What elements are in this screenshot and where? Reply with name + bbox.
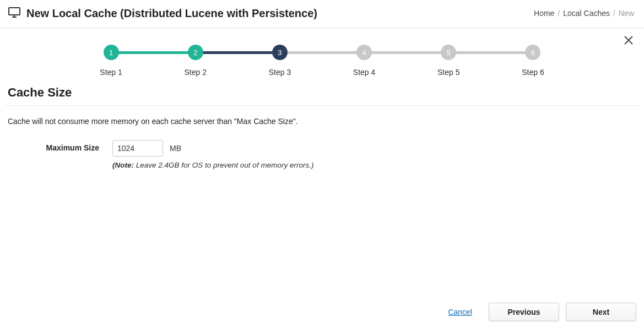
monitor-icon — [8, 6, 21, 21]
step-label: Step 5 — [437, 68, 459, 77]
step-connector — [448, 51, 533, 54]
step-connector — [196, 51, 280, 54]
step-circle: 2 — [188, 45, 203, 60]
step-2[interactable]: 2Step 2 — [153, 45, 237, 77]
step-label: Step 1 — [100, 68, 122, 77]
breadcrumb: Home / Local Caches / New — [534, 9, 634, 18]
page-title: New Local Cache (Distributed Lucene with… — [26, 7, 317, 20]
max-size-label: Maximum Size — [8, 140, 112, 152]
step-label: Step 4 — [353, 68, 375, 77]
page-header: New Local Cache (Distributed Lucene with… — [0, 0, 644, 28]
max-size-input-group: MB — [112, 140, 313, 157]
previous-button[interactable]: Previous — [489, 303, 559, 321]
breadcrumb-sep: / — [558, 9, 560, 18]
step-circle: 3 — [272, 45, 288, 60]
note-prefix: (Note: — [112, 161, 134, 169]
note-text: Leave 2.4GB for OS to prevent out of mem… — [134, 161, 313, 169]
breadcrumb-current: New — [619, 9, 634, 18]
max-size-input[interactable] — [112, 140, 163, 157]
max-size-unit: MB — [170, 144, 181, 153]
cancel-link[interactable]: Cancel — [448, 308, 472, 316]
step-1[interactable]: 1Step 1 — [69, 45, 153, 77]
step-3[interactable]: 3Step 3 — [237, 45, 322, 77]
section-description: Cache will not consume more memory on ea… — [6, 106, 638, 136]
step-circle: 4 — [356, 45, 372, 60]
step-label: Step 2 — [185, 68, 207, 77]
max-size-field: MB (Note: Leave 2.4GB for OS to prevent … — [112, 140, 313, 169]
step-circle: 6 — [525, 45, 540, 60]
form-row-max-size: Maximum Size MB (Note: Leave 2.4GB for O… — [6, 136, 638, 174]
step-6[interactable]: 6Step 6 — [491, 45, 575, 77]
step-label: Step 3 — [269, 68, 291, 77]
next-button[interactable]: Next — [566, 303, 636, 321]
stepper: 1Step 12Step 23Step 34Step 45Step 56Step… — [6, 28, 638, 83]
breadcrumb-sep: / — [613, 9, 615, 18]
svg-rect-0 — [9, 8, 20, 15]
breadcrumb-home[interactable]: Home — [534, 9, 554, 18]
step-connector — [364, 51, 448, 54]
header-left: New Local Cache (Distributed Lucene with… — [8, 6, 317, 21]
step-connector — [280, 51, 364, 54]
step-circle: 5 — [441, 45, 456, 60]
wizard-panel: 1Step 12Step 23Step 34Step 45Step 56Step… — [6, 28, 638, 174]
max-size-note: (Note: Leave 2.4GB for OS to prevent out… — [112, 161, 313, 169]
step-4[interactable]: 4Step 4 — [322, 45, 407, 77]
step-label: Step 6 — [522, 68, 544, 77]
step-connector — [111, 51, 196, 54]
breadcrumb-local-caches[interactable]: Local Caches — [563, 9, 610, 18]
step-5[interactable]: 5Step 5 — [407, 45, 491, 77]
step-circle: 1 — [104, 45, 119, 60]
section-title: Cache Size — [6, 83, 638, 106]
wizard-footer: Cancel Previous Next — [6, 299, 638, 321]
